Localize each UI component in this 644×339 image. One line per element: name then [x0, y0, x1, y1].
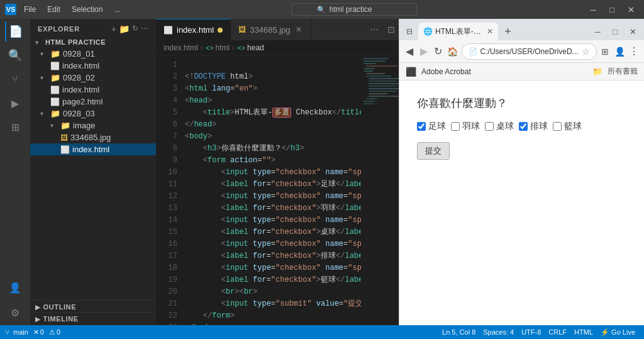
- activity-explorer[interactable]: 📄: [5, 21, 25, 42]
- activity-search[interactable]: 🔍: [5, 45, 25, 65]
- project-arrow: ▾: [35, 39, 45, 46]
- svg-rect-13: [369, 91, 397, 92]
- nav-home-button[interactable]: 🏠: [447, 43, 458, 60]
- browser-close-button[interactable]: ✕: [624, 23, 641, 40]
- checkbox-football[interactable]: [417, 122, 426, 131]
- extensions-button[interactable]: ⊞: [599, 43, 611, 60]
- project-header[interactable]: ▾ HTML PRACTICE: [30, 36, 156, 48]
- close-button[interactable]: ✕: [623, 3, 639, 16]
- file-index-01[interactable]: ⬜ index.html: [30, 60, 156, 72]
- svg-rect-17: [364, 101, 375, 102]
- folder-0928-03[interactable]: ▾ 📁 0928_03: [30, 108, 156, 119]
- more-button[interactable]: ⋮: [628, 43, 640, 60]
- nav-refresh-button[interactable]: ↻: [432, 43, 444, 60]
- live-server-button[interactable]: ⚡ Go Live: [597, 328, 639, 336]
- browser-tab-bar: ⊟ 🌐 HTML表單-單選 Radio Button ✕ + ─ □ ✕: [399, 19, 644, 40]
- activity-extensions[interactable]: ⊞: [5, 117, 25, 137]
- code-area[interactable]: <!DOCTYPE html> <html lang="en"> <head> …: [182, 55, 361, 325]
- adobe-label[interactable]: Adobe Acrobat: [421, 67, 471, 76]
- menu-selection[interactable]: Selection: [69, 4, 105, 15]
- file-label: 334685.jpg: [70, 133, 111, 142]
- submit-button[interactable]: 提交: [417, 142, 450, 160]
- breadcrumb-html-label: html: [216, 43, 230, 52]
- breadcrumb-html[interactable]: <> html: [206, 43, 230, 52]
- refresh-icon[interactable]: ↻: [132, 24, 138, 34]
- split-editor-icon[interactable]: ⊡: [384, 25, 399, 35]
- tab-close[interactable]: ✕: [294, 25, 303, 35]
- checkbox-tabletennis[interactable]: [485, 122, 494, 131]
- new-folder-icon[interactable]: 📁: [119, 24, 130, 34]
- tab-334685-jpg[interactable]: 🖼 334685.jpg ✕: [231, 19, 311, 41]
- folder-image[interactable]: ▾ 📁 image: [30, 119, 156, 131]
- bookmarks-label[interactable]: 所有書籤: [608, 66, 638, 77]
- language-label[interactable]: HTML: [570, 328, 597, 336]
- activity-account[interactable]: 👤: [5, 277, 25, 297]
- status-warnings[interactable]: ⚠ 0: [47, 328, 63, 336]
- browser-restore-button[interactable]: □: [606, 23, 624, 40]
- breadcrumb-sep2: ›: [232, 43, 235, 52]
- checkbox-row: 足球 羽球 桌球 排球 籃球: [417, 121, 626, 132]
- status-bar: ⑂ main ✕ 0 ⚠ 0 Ln 5, Col 8 Spaces: 4 UTF…: [0, 325, 644, 339]
- checkbox-badminton[interactable]: [451, 122, 460, 131]
- editor-content: 12345 678910 1112131415 1617181920 21222…: [156, 55, 399, 325]
- head-tag-icon: <>: [237, 44, 245, 52]
- nav-back-button[interactable]: ◀: [403, 43, 415, 60]
- file-index-03[interactable]: ⬜ index.html: [30, 143, 156, 155]
- menu-file[interactable]: File: [21, 4, 38, 15]
- spaces-setting[interactable]: Spaces: 4: [479, 328, 518, 336]
- checkbox-basketball[interactable]: [553, 122, 562, 131]
- menu-edit[interactable]: Edit: [45, 4, 63, 15]
- svg-rect-15: [369, 96, 399, 97]
- svg-rect-9: [369, 81, 397, 82]
- checkbox-item-badminton: 羽球: [451, 121, 480, 132]
- browser-tab-close[interactable]: ✕: [487, 27, 493, 36]
- encoding-label[interactable]: UTF-8: [518, 328, 545, 336]
- git-branch-label[interactable]: main: [11, 328, 31, 336]
- tab-overflow[interactable]: ⋯: [365, 25, 384, 35]
- bookmark-icon[interactable]: ☆: [582, 47, 590, 57]
- warning-icon: ⚠: [49, 328, 55, 336]
- timeline-section[interactable]: ▶ TIMELINE: [30, 312, 156, 325]
- browser-tab-active[interactable]: 🌐 HTML表單-單選 Radio Button ✕: [418, 23, 498, 40]
- new-tab-button[interactable]: +: [499, 23, 517, 40]
- file-protocol-icon: 📄: [469, 47, 477, 55]
- profile-button[interactable]: 👤: [614, 43, 626, 60]
- checkbox-volleyball[interactable]: [519, 122, 528, 131]
- breadcrumb-file[interactable]: index.html: [164, 43, 198, 52]
- browser-minimize-button[interactable]: ─: [589, 23, 606, 40]
- cursor-position[interactable]: Ln 5, Col 8: [438, 328, 479, 336]
- bookmarks-folder-icon[interactable]: 📁: [592, 67, 602, 76]
- address-bar[interactable]: 📄 C:/Users/USER/OneDriveD... ☆: [462, 43, 597, 60]
- folder-0928-02[interactable]: ▾ 📁 0928_02: [30, 72, 156, 84]
- file-label: index.html: [62, 85, 99, 94]
- browser-toolbar: ◀ ▶ ↻ 🏠 📄 C:/Users/USER/OneDriveD... ☆ ⊞…: [399, 40, 644, 63]
- folder-label: 0928_02: [63, 73, 95, 82]
- file-tree: ▾ 📁 0928_01 ⬜ index.html ▾ 📁 0928_02 ⬜ i…: [30, 48, 156, 300]
- new-file-icon[interactable]: +: [111, 24, 116, 34]
- file-page2[interactable]: ⬜ page2.html: [30, 96, 156, 108]
- maximize-button[interactable]: □: [604, 3, 620, 16]
- outline-section[interactable]: ▶ OUTLINE: [30, 300, 156, 312]
- line-ending-label[interactable]: CRLF: [545, 328, 570, 336]
- activity-settings[interactable]: ⚙: [5, 303, 25, 323]
- folder-label: image: [73, 121, 95, 130]
- nav-forward-button[interactable]: ▶: [418, 43, 430, 60]
- collapse-icon[interactable]: ⋯: [141, 24, 148, 34]
- browser-nav-icon[interactable]: ⊟: [402, 23, 417, 40]
- tab-index-html[interactable]: ⬜ index.html: [156, 19, 231, 41]
- file-img-334685[interactable]: 🖼 334685.jpg: [30, 131, 156, 143]
- browser-content: 你喜歡什麼運動？ 足球 羽球 桌球 排球: [399, 81, 644, 325]
- folder-0928-01[interactable]: ▾ 📁 0928_01: [30, 48, 156, 60]
- breadcrumb-head[interactable]: <> head: [237, 43, 264, 52]
- window-controls: ─ □ ✕: [585, 3, 639, 16]
- minimize-button[interactable]: ─: [585, 3, 601, 16]
- activity-debug[interactable]: ▶: [5, 93, 25, 113]
- browser-window-controls: ─ □ ✕: [589, 23, 641, 40]
- file-index-02[interactable]: ⬜ index.html: [30, 84, 156, 96]
- menu-more[interactable]: ...: [111, 4, 123, 15]
- search-bar[interactable]: 🔍 html practice: [128, 3, 580, 16]
- activity-git[interactable]: ⑂: [5, 69, 25, 89]
- file-label: index.html: [62, 61, 99, 70]
- status-errors[interactable]: ✕ 0: [31, 328, 47, 336]
- browser-tab-favicon: 🌐: [423, 27, 432, 36]
